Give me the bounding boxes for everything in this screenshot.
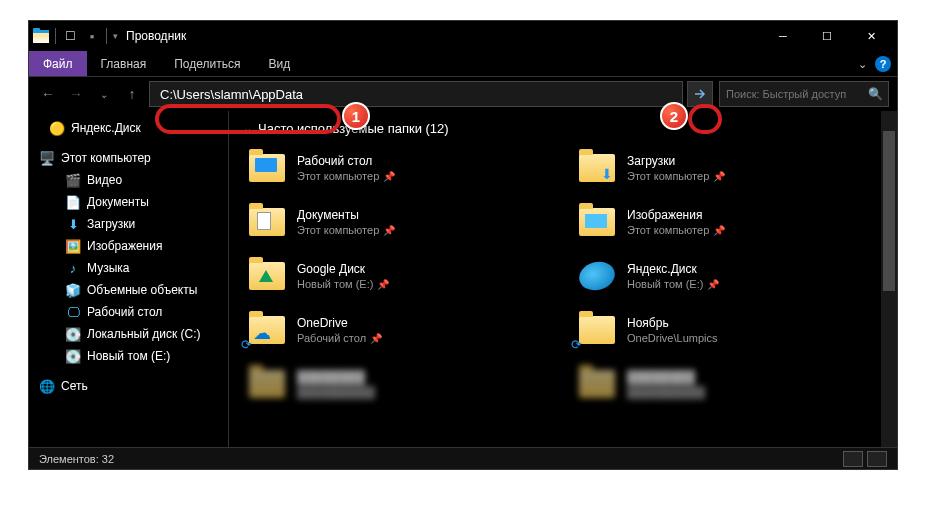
folder-sub: Этот компьютер 📌 xyxy=(627,224,725,236)
folder-name: Изображения xyxy=(627,208,725,222)
search-icon: 🔍 xyxy=(868,87,883,101)
folder-sub: ██████████ xyxy=(627,386,705,398)
sidebar-item-yandex-disk[interactable]: 🟡Яндекс.Диск xyxy=(29,117,228,139)
folder-icon xyxy=(247,364,287,404)
desktop-icon: 🖵 xyxy=(65,304,81,320)
tab-view[interactable]: Вид xyxy=(254,51,304,76)
folder-item[interactable]: ██████████████████ xyxy=(573,360,883,408)
folder-item[interactable]: Google ДискНовый том (E:) 📌 xyxy=(243,252,553,300)
separator xyxy=(55,28,56,44)
maximize-button[interactable]: ☐ xyxy=(805,21,849,51)
scrollbar[interactable] xyxy=(881,111,897,447)
folder-icon xyxy=(247,202,287,242)
history-dropdown-icon[interactable]: ⌄ xyxy=(93,89,115,100)
sidebar-item-network[interactable]: 🌐Сеть xyxy=(29,375,228,397)
go-button[interactable] xyxy=(687,81,713,107)
section-header[interactable]: Часто используемые папки (12) xyxy=(243,121,883,136)
folder-sub: ██████████ xyxy=(297,386,375,398)
folder-qat-icon[interactable]: ▪ xyxy=(84,28,100,44)
tab-share[interactable]: Поделиться xyxy=(160,51,254,76)
sidebar-item-images[interactable]: 🖼️Изображения xyxy=(29,235,228,257)
explorer-app-icon xyxy=(33,28,49,44)
folder-icon xyxy=(577,202,617,242)
search-input[interactable] xyxy=(726,88,864,100)
folder-icon: ⬇ xyxy=(577,148,617,188)
folder-sub: Этот компьютер 📌 xyxy=(297,170,395,182)
pin-icon: 📌 xyxy=(377,279,389,290)
drive-icon: 💽 xyxy=(65,348,81,364)
separator xyxy=(106,28,107,44)
folder-item[interactable]: Яндекс.ДискНовый том (E:) 📌 xyxy=(573,252,883,300)
network-icon: 🌐 xyxy=(39,378,55,394)
back-button[interactable]: ← xyxy=(37,86,59,102)
qat-dropdown-icon[interactable]: ▾ xyxy=(113,31,118,41)
help-icon[interactable]: ? xyxy=(875,56,891,72)
status-text: Элементов: 32 xyxy=(39,453,114,465)
sidebar-item-drive-c[interactable]: 💽Локальный диск (C:) xyxy=(29,323,228,345)
scrollbar-thumb[interactable] xyxy=(883,131,895,291)
tab-home[interactable]: Главная xyxy=(87,51,161,76)
folder-item[interactable]: ☁⟳OneDriveРабочий стол 📌 xyxy=(243,306,553,354)
sidebar-item-this-pc[interactable]: 🖥️Этот компьютер xyxy=(29,147,228,169)
explorer-window: ☐ ▪ ▾ Проводник ─ ☐ ✕ Файл Главная Подел… xyxy=(28,20,898,470)
folder-item[interactable]: Рабочий столЭтот компьютер 📌 xyxy=(243,144,553,192)
callout-badge-1: 1 xyxy=(342,102,370,130)
sidebar-item-label: Изображения xyxy=(87,239,162,253)
content-area[interactable]: Часто используемые папки (12) Рабочий ст… xyxy=(229,111,897,447)
search-box[interactable]: 🔍 xyxy=(719,81,889,107)
sidebar-item-3d[interactable]: 🧊Объемные объекты xyxy=(29,279,228,301)
docs-icon: 📄 xyxy=(65,194,81,210)
sidebar-item-label: Этот компьютер xyxy=(61,151,151,165)
sidebar-item-label: Локальный диск (C:) xyxy=(87,327,201,341)
sidebar-item-label: Документы xyxy=(87,195,149,209)
folder-icon xyxy=(247,256,287,296)
address-input[interactable] xyxy=(149,81,683,107)
folder-name: Google Диск xyxy=(297,262,389,276)
sidebar-item-downloads[interactable]: ⬇Загрузки xyxy=(29,213,228,235)
folder-item[interactable]: ██████████████████ xyxy=(243,360,553,408)
sidebar-item-label: Объемные объекты xyxy=(87,283,197,297)
pin-icon: 📌 xyxy=(707,279,719,290)
sidebar-item-drive-e[interactable]: 💽Новый том (E:) xyxy=(29,345,228,367)
sidebar-item-label: Сеть xyxy=(61,379,88,393)
sidebar-item-video[interactable]: 🎬Видео xyxy=(29,169,228,191)
tab-file[interactable]: Файл xyxy=(29,51,87,76)
folder-name: ████████ xyxy=(627,370,705,384)
sidebar-item-desktop[interactable]: 🖵Рабочий стол xyxy=(29,301,228,323)
view-details-icon[interactable] xyxy=(843,451,863,467)
sidebar-item-label: Новый том (E:) xyxy=(87,349,170,363)
navigation-bar: ← → ⌄ ↑ 🔍 xyxy=(29,77,897,111)
window-title: Проводник xyxy=(126,29,761,43)
folder-item[interactable]: ⟳НоябрьOneDrive\Lumpics xyxy=(573,306,883,354)
folder-name: Рабочий стол xyxy=(297,154,395,168)
folder-item[interactable]: ДокументыЭтот компьютер 📌 xyxy=(243,198,553,246)
statusbar: Элементов: 32 xyxy=(29,447,897,469)
ribbon-expand-icon[interactable]: ⌄ xyxy=(858,58,867,71)
sidebar-item-label: Рабочий стол xyxy=(87,305,162,319)
sidebar-item-music[interactable]: ♪Музыка xyxy=(29,257,228,279)
ribbon-tabs: Файл Главная Поделиться Вид ⌄ ? xyxy=(29,51,897,77)
folder-name: Ноябрь xyxy=(627,316,717,330)
pc-icon: 🖥️ xyxy=(39,150,55,166)
folder-icon xyxy=(577,364,617,404)
images-icon: 🖼️ xyxy=(65,238,81,254)
minimize-button[interactable]: ─ xyxy=(761,21,805,51)
forward-button[interactable]: → xyxy=(65,86,87,102)
callout-badge-2: 2 xyxy=(660,102,688,130)
properties-icon[interactable]: ☐ xyxy=(62,28,78,44)
pin-icon: 📌 xyxy=(383,225,395,236)
close-button[interactable]: ✕ xyxy=(849,21,893,51)
sync-icon: ⟳ xyxy=(241,337,252,352)
folder-grid: Рабочий столЭтот компьютер 📌⬇ЗагрузкиЭто… xyxy=(243,144,883,408)
view-tiles-icon[interactable] xyxy=(867,451,887,467)
music-icon: ♪ xyxy=(65,260,81,276)
folder-icon: ⟳ xyxy=(577,310,617,350)
folder-item[interactable]: ИзображенияЭтот компьютер 📌 xyxy=(573,198,883,246)
folder-name: ████████ xyxy=(297,370,375,384)
sidebar-item-docs[interactable]: 📄Документы xyxy=(29,191,228,213)
sidebar[interactable]: 🟡Яндекс.Диск 🖥️Этот компьютер 🎬Видео 📄До… xyxy=(29,111,229,447)
folder-item[interactable]: ⬇ЗагрузкиЭтот компьютер 📌 xyxy=(573,144,883,192)
pin-icon: 📌 xyxy=(370,333,382,344)
up-button[interactable]: ↑ xyxy=(121,86,143,102)
pin-icon: 📌 xyxy=(383,171,395,182)
